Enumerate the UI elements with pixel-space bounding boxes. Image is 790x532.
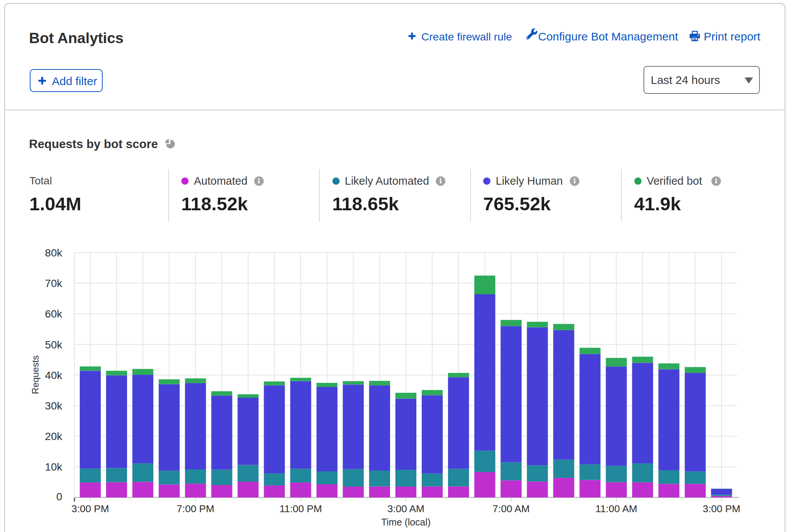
- svg-text:3:00 PM: 3:00 PM: [703, 503, 740, 514]
- svg-text:3:00 AM: 3:00 AM: [387, 503, 424, 514]
- svg-text:7:00 AM: 7:00 AM: [493, 503, 530, 514]
- svg-text:11:00 AM: 11:00 AM: [595, 503, 637, 514]
- svg-text:Time (local): Time (local): [381, 517, 431, 527]
- svg-text:10k: 10k: [45, 461, 63, 473]
- svg-text:20k: 20k: [45, 430, 63, 442]
- svg-text:0: 0: [56, 491, 62, 503]
- svg-text:30k: 30k: [45, 400, 63, 412]
- svg-text:7:00 PM: 7:00 PM: [177, 503, 214, 514]
- svg-text:11:00 PM: 11:00 PM: [279, 503, 322, 514]
- svg-text:3:00 PM: 3:00 PM: [71, 503, 109, 514]
- svg-text:70k: 70k: [45, 277, 63, 289]
- svg-text:Requests: Requests: [30, 355, 40, 394]
- svg-text:40k: 40k: [45, 369, 63, 381]
- svg-text:80k: 80k: [45, 247, 63, 259]
- svg-text:60k: 60k: [45, 308, 63, 320]
- svg-text:50k: 50k: [45, 339, 63, 351]
